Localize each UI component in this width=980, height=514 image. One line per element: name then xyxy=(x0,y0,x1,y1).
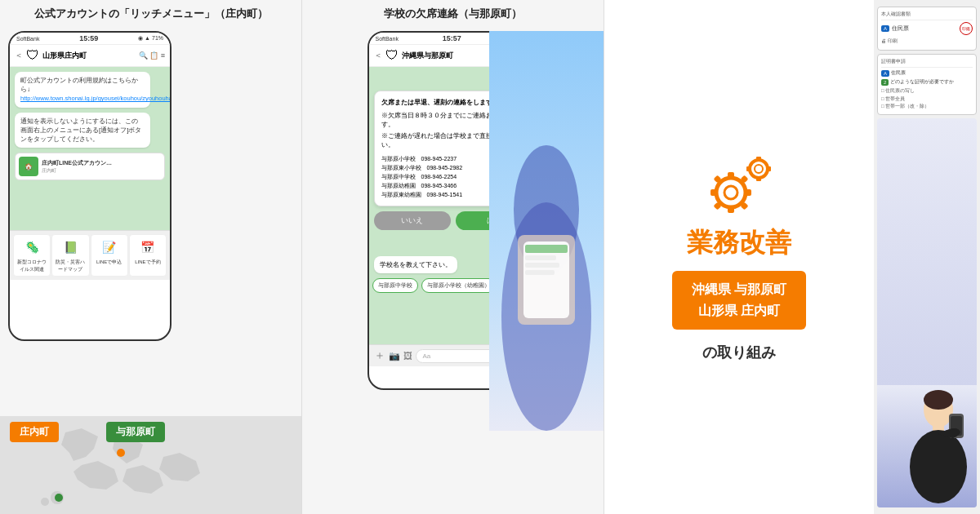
svg-marker-0 xyxy=(61,428,98,461)
print-icon-row: 🖨 印刷 xyxy=(881,38,973,45)
right-content: 業務改善 沖縄県 与那原町 山形県 庄内町 の取り組み 本人確認書類 A 住民票… xyxy=(604,0,980,514)
svg-rect-30 xyxy=(756,157,761,162)
account-card-sub: 庄内町 xyxy=(42,167,112,175)
card-title-1: 本人確認書類 xyxy=(881,11,973,20)
status-icons-left: ◉ ▲ 71% xyxy=(138,35,163,42)
orange-banner: 沖縄県 与那原町 山形県 庄内町 xyxy=(672,271,806,329)
btn-no[interactable]: いいえ xyxy=(374,211,451,230)
quick-reply-2[interactable]: 与那原小学校（幼稚園） xyxy=(421,278,496,293)
chat-link[interactable]: http://www.town.shonai.lg.jp/gyousei/kou… xyxy=(20,95,172,102)
svg-point-28 xyxy=(750,160,768,178)
back-arrow-left[interactable]: ＜ xyxy=(15,50,23,61)
middle-panel: 学校の欠席連絡（与那原町） SoftBank 15:57 ◉ ▲ 71% ＜ 🛡… xyxy=(302,0,604,514)
back-arrow-center[interactable]: ＜ xyxy=(374,50,382,61)
svg-rect-32 xyxy=(746,166,751,171)
rich-menu: 🦠 新型コロナウイルス関連 📗 防災・災害ハードマップ 📝 LINEで申込 📅 … xyxy=(10,230,170,280)
chat-bubble-1: 町公式アカウントの利用規約はこちらから↓ http://www.town.sho… xyxy=(15,72,150,108)
person-silhouette xyxy=(489,31,604,431)
badge-1: A xyxy=(881,25,889,32)
person-phone-card xyxy=(877,118,977,507)
menu-label-reserve: LINEで予約 xyxy=(131,259,164,266)
menu-item-reserve[interactable]: 📅 LINEで予約 xyxy=(129,234,167,277)
right-panel: 業務改善 沖縄県 与那原町 山形県 庄内町 の取り組み 本人確認書類 A 住民票… xyxy=(604,0,980,514)
shield-icon-center: 🛡 xyxy=(385,48,399,63)
quick-reply-1[interactable]: 与那原中学校 xyxy=(372,278,418,293)
person-photo-bg xyxy=(489,31,604,431)
svg-rect-16 xyxy=(525,263,559,268)
svg-rect-33 xyxy=(766,166,771,171)
svg-rect-13 xyxy=(523,241,569,318)
carrier-center: SoftBank xyxy=(376,36,399,42)
middle-panel-title: 学校の欠席連絡（与那原町） xyxy=(302,0,604,24)
time-left: 15:59 xyxy=(79,34,98,42)
add-button[interactable]: ＋ xyxy=(374,348,385,363)
svg-point-7 xyxy=(117,449,125,457)
business-title: 業務改善 xyxy=(687,225,791,261)
banner-line2: 山形県 庄内町 xyxy=(698,304,780,317)
svg-rect-23 xyxy=(745,189,751,196)
card-row-1: A 住民票 印鑑 xyxy=(881,22,973,35)
badge-yonabaru: 与那原町 xyxy=(106,422,165,442)
menu-label-disaster: 防災・災害ハードマップ xyxy=(54,259,87,273)
option-world-all: □ 世帯全員 xyxy=(881,95,973,104)
image-icon[interactable]: 🖼 xyxy=(403,351,412,361)
screenshot-card-1: 本人確認書類 A 住民票 印鑑 🖨 印刷 xyxy=(877,7,977,51)
account-card-icon: 🏠 xyxy=(19,157,38,176)
chat-content-left: 町公式アカウントの利用規約はこちらから↓ http://www.town.sho… xyxy=(10,67,170,230)
menu-item-virus[interactable]: 🦠 新型コロナウイルス関連 xyxy=(13,234,51,277)
menu-item-disaster[interactable]: 📗 防災・災害ハードマップ xyxy=(51,234,89,277)
svg-point-36 xyxy=(924,390,953,410)
person-on-phone-svg xyxy=(877,385,977,507)
svg-point-29 xyxy=(755,165,763,173)
svg-rect-31 xyxy=(756,176,761,181)
account-card-name: 庄内町LINE公式アカウン… xyxy=(42,159,112,167)
time-center: 15:57 xyxy=(443,34,461,42)
menu-label-virus: 新型コロナウイルス関連 xyxy=(16,259,48,273)
form-label-a: 住民票 xyxy=(891,69,906,77)
form-row-a: A 住民票 xyxy=(881,69,973,77)
virus-icon: 🦠 xyxy=(16,237,48,257)
form-badge-2: 2 xyxy=(881,79,889,86)
svg-rect-20 xyxy=(728,172,734,179)
menu-label-apply: LINEで申込 xyxy=(93,259,126,266)
right-side-screenshots: 本人確認書類 A 住民票 印鑑 🖨 印刷 証明書申請 A 住民票 xyxy=(874,0,980,514)
option-world-part: □ 世帯一部（改・除） xyxy=(881,103,973,111)
svg-marker-4 xyxy=(159,453,200,481)
location-title-left: 山形県庄内町 xyxy=(42,51,136,61)
svg-point-18 xyxy=(716,178,746,207)
status-bar-left: SoftBank 15:59 ◉ ▲ 71% xyxy=(10,33,170,45)
camera-icon[interactable]: 📷 xyxy=(389,351,400,361)
header-icons-left[interactable]: 🔍 📋 ≡ xyxy=(139,51,165,60)
account-card-info: 庄内町LINE公式アカウン… 庄内町 xyxy=(42,159,112,175)
svg-rect-22 xyxy=(710,189,717,196)
phone-header-left: ＜ 🛡 山形県庄内町 🔍 📋 ≡ xyxy=(10,45,170,67)
card-title-2: 証明書申請 xyxy=(881,58,973,68)
svg-point-19 xyxy=(724,186,737,199)
card-label-1: 住民票 xyxy=(892,24,909,33)
svg-point-38 xyxy=(910,430,967,503)
chat-bubble-2: 通知を表示しないようにするには、この画面右上のメニューにある[通知オフ]ボタンを… xyxy=(15,113,150,148)
chat-text-1: 町公式アカウントの利用規約はこちらから↓ xyxy=(20,77,138,93)
right-main: 業務改善 沖縄県 与那原町 山形県 庄内町 の取り組み xyxy=(604,0,874,514)
location-title-center: 沖縄県与那原町 xyxy=(402,51,503,61)
screenshot-card-2: 証明書申請 A 住民票 2 どのような証明が必要ですか □ 住民票の写し □ 世… xyxy=(877,54,977,115)
account-card: 🏠 庄内町LINE公式アカウン… 庄内町 xyxy=(15,153,165,180)
form-badge-a: A xyxy=(881,70,889,77)
svg-rect-15 xyxy=(525,255,556,260)
school-question-bubble: 学校名を教えて下さい。 xyxy=(374,256,457,273)
form-row-2: 2 どのような証明が必要ですか xyxy=(881,78,973,86)
svg-marker-2 xyxy=(74,461,118,490)
badge-shonai: 庄内町 xyxy=(10,422,59,442)
svg-point-6 xyxy=(41,498,49,506)
chat-text-2: 通知を表示しないようにするには、この画面右上のメニューにある[通知オフ]ボタンを… xyxy=(20,117,141,143)
apply-icon: 📝 xyxy=(93,237,126,257)
phone-mockup-left: SoftBank 15:59 ◉ ▲ 71% ＜ 🛡 山形県庄内町 🔍 📋 ≡ … xyxy=(8,31,172,341)
initiative-text: の取り組み xyxy=(702,343,776,362)
form-question: どのような証明が必要ですか xyxy=(890,78,954,86)
reserve-icon: 📅 xyxy=(131,237,164,257)
stamp-icon: 印鑑 xyxy=(960,22,973,35)
option-all: □ 住民票の写し xyxy=(881,87,973,95)
svg-rect-17 xyxy=(525,270,555,275)
menu-item-apply[interactable]: 📝 LINEで申込 xyxy=(91,234,128,277)
shield-icon-left: 🛡 xyxy=(26,48,39,63)
